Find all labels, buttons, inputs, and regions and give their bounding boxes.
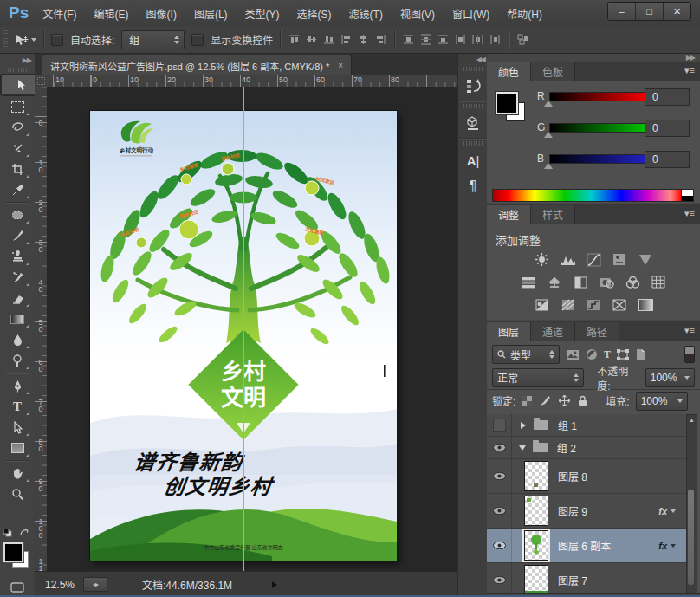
layer-row-9[interactable]: 图层 9 fx [487,494,688,529]
menu-filter[interactable]: 滤镜(T) [349,6,383,21]
visibility-toggle[interactable] [487,437,512,458]
default-colors-icon[interactable] [3,529,12,539]
lasso-tool[interactable] [4,117,30,138]
align-hcenter-button[interactable] [357,33,370,46]
close-button[interactable]: ✕ [664,3,690,20]
align-right-button[interactable] [374,33,387,46]
layer-name[interactable]: 图层 9 [558,503,587,518]
filter-pixel-layers-icon[interactable] [566,349,580,360]
history-brush-tool[interactable] [4,267,30,288]
green-value[interactable]: 0 [645,120,690,137]
properties-panel-icon[interactable] [462,112,484,134]
opacity-dropdown[interactable]: 100% [645,368,695,387]
layer-name[interactable]: 图层 7 [558,573,587,587]
fx-expand-icon[interactable] [671,544,676,548]
layer-filter-toggle[interactable] [684,346,695,363]
panel-menu-icon[interactable]: ▾≡ [684,325,695,336]
color-balance-icon[interactable] [546,275,563,289]
visibility-toggle[interactable] [487,459,512,493]
channel-mixer-icon[interactable] [624,275,641,289]
menu-select[interactable]: 选择(S) [297,6,332,21]
spectrum-bw-swatch[interactable] [681,189,694,202]
eraser-tool[interactable] [4,288,30,308]
layer-name[interactable]: 组 1 [558,418,577,432]
blue-slider-thumb[interactable] [544,163,553,169]
blend-mode-dropdown[interactable]: 正常 [492,368,584,387]
tab-adjustments[interactable]: 调整 [487,205,531,224]
fx-expand-icon[interactable] [671,509,676,513]
color-spectrum-ramp[interactable] [492,189,683,202]
paragraph-panel-icon[interactable]: ¶ [462,175,484,198]
align-bottom-button[interactable] [322,33,335,46]
collapse-group-icon[interactable] [519,445,526,451]
filter-shape-layers-icon[interactable] [617,349,629,360]
menu-window[interactable]: 窗口(W) [452,6,489,21]
layer-name[interactable]: 图层 8 [558,469,587,483]
filter-adjustment-layers-icon[interactable] [586,348,598,360]
expand-dock-icon[interactable]: ◀◀ [458,54,488,64]
hand-tool[interactable] [4,463,30,483]
red-value[interactable]: 0 [645,88,690,106]
quick-mask-icon[interactable] [10,582,24,594]
align-left-button[interactable] [340,33,353,46]
green-slider-thumb[interactable] [544,132,553,138]
options-bar-grip[interactable] [3,30,8,49]
history-panel-icon[interactable] [462,75,484,97]
menu-edit[interactable]: 编辑(E) [94,6,129,21]
status-flyout-arrow-icon[interactable] [272,581,277,588]
collapse-dock-icon[interactable]: ▶▶ [487,54,700,62]
black-white-icon[interactable] [572,275,589,289]
lock-transparency-icon[interactable] [522,396,532,406]
menu-image[interactable]: 图像(I) [146,6,177,21]
photo-filter-icon[interactable] [598,275,615,289]
zoom-level-field[interactable]: 12.5% [45,579,75,591]
menu-layer[interactable]: 图层(L) [194,6,228,21]
layer-thumbnail[interactable] [524,461,548,491]
pen-tool[interactable] [4,375,30,396]
clone-stamp-tool[interactable] [4,246,30,267]
vibrance-icon[interactable] [637,252,654,267]
layer-row-group2[interactable]: 组 2 [487,437,688,459]
layers-scrollbar[interactable]: ▲ ▼ [686,414,697,597]
menu-help[interactable]: 帮助(H) [507,6,542,21]
layer-row-group1[interactable]: 组 1 [487,414,688,437]
red-slider-thumb[interactable] [544,101,553,107]
type-tool[interactable]: T [4,396,30,417]
selective-color-icon[interactable] [637,297,654,312]
move-tool-preset-icon[interactable] [15,34,36,46]
eyedropper-tool[interactable] [4,179,30,200]
fill-dropdown[interactable]: 100% [636,392,688,411]
layer-row-6-copy-selected[interactable]: 图层 6 副本 fx [487,529,688,563]
maximize-button[interactable]: □ [636,3,664,20]
layer-thumbnail[interactable] [524,530,548,561]
lock-all-icon[interactable] [578,395,587,406]
fx-badge[interactable]: fx [658,506,667,516]
layer-row-8[interactable]: 图层 8 [487,459,688,494]
document-tab[interactable]: 讲文明树新风公益广告图片.psd @ 12.5% (图层 6 副本, CMYK/… [42,55,352,75]
tab-swatches[interactable]: 色板 [531,62,575,81]
show-transform-checkbox[interactable] [191,34,204,46]
foreground-color-swatch[interactable] [496,92,518,114]
layer-name[interactable]: 组 2 [557,440,576,455]
exposure-icon[interactable] [611,252,628,267]
layer-name[interactable]: 图层 6 副本 [558,538,611,553]
distribute-bottom-button[interactable] [437,33,450,46]
swap-colors-icon[interactable] [19,528,30,539]
horizontal-ruler[interactable]: 10 0 10 20 30 40 50 60 70 80 [47,75,457,88]
move-tool[interactable] [0,74,39,96]
tab-paths[interactable]: 路径 [575,322,619,341]
scroll-up-icon[interactable]: ▲ [689,417,695,423]
menu-file[interactable]: 文件(F) [42,6,76,21]
status-options-button[interactable]: ◂▸ [83,577,107,592]
visibility-toggle[interactable] [487,529,512,562]
filter-type-dropdown[interactable]: 类型 [492,345,560,364]
gradient-tool[interactable] [4,308,30,329]
dodge-tool[interactable] [4,350,30,371]
panel-menu-icon[interactable]: ▾≡ [684,65,695,76]
tab-styles[interactable]: 样式 [531,205,575,224]
filter-smart-objects-icon[interactable] [635,348,646,360]
tab-channels[interactable]: 通道 [531,322,575,341]
visibility-toggle[interactable] [487,414,512,436]
brightness-contrast-icon[interactable] [533,252,550,267]
fx-badge[interactable]: fx [658,541,667,551]
